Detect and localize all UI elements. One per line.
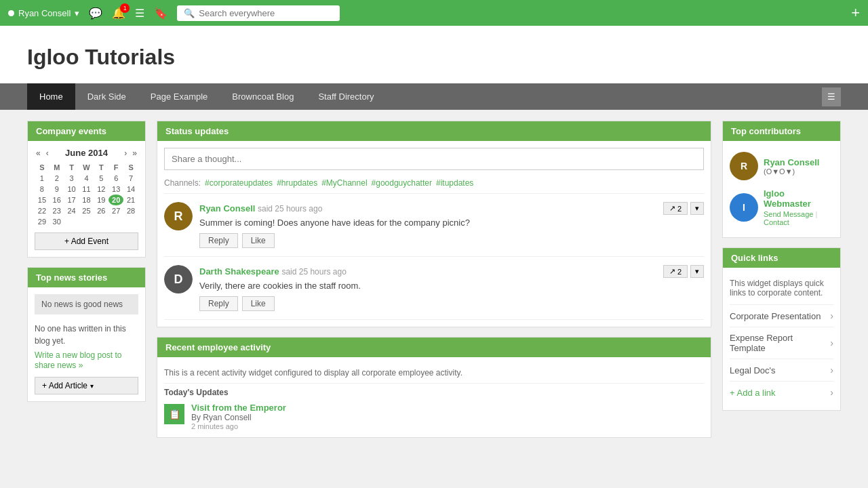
user-name: Ryan Consell [18,8,71,18]
reply-button-1[interactable]: Reply [199,233,238,248]
share-icon-1: ↗ [669,204,675,213]
post-author-2[interactable]: Darth Shakespeare [199,266,279,277]
cal-day[interactable]: 7 [123,173,138,184]
cal-prev[interactable]: ‹ [45,148,50,158]
post-author-1[interactable]: Ryan Consell [199,203,255,214]
channels-row: Channels: #corporateupdates #hrupdates #… [164,176,704,194]
post-header-left: Ryan Consell said 25 hours ago [199,203,322,214]
bookmarks-icon[interactable]: ☰ [135,7,144,20]
channel-tag-hr[interactable]: #hrupdates [277,178,317,188]
cal-day[interactable]: 11 [79,184,94,195]
cal-day[interactable]: 19 [94,195,108,205]
cal-day[interactable]: 8 [35,184,50,195]
channel-tag-goodguy[interactable]: #goodguychatter [372,178,432,188]
today-updates-label: Today's Updates [164,388,704,397]
channel-tag-it[interactable]: #itupdates [436,178,473,188]
cal-next[interactable]: › [123,148,128,158]
cal-day[interactable]: 6 [108,173,123,184]
cal-day[interactable]: 21 [123,195,138,205]
nav-item-staff-directory[interactable]: Staff Directory [306,83,386,110]
search-bar[interactable]: 🔍 [177,5,340,21]
cal-day[interactable]: 22 [35,205,50,216]
cal-prev-prev[interactable]: « [35,148,42,158]
contributor-name-1[interactable]: Ryan Consell [764,157,819,167]
activity-info-1: Visit from the Emperor By Ryan Consell 2… [191,403,704,430]
send-message-link[interactable]: Send Message [764,210,813,218]
write-news-link[interactable]: Write a new blog post to share news » [35,350,122,370]
quick-link-item-3[interactable]: Legal Doc's › [730,359,833,382]
cal-day[interactable]: 30 [50,216,64,227]
cal-day[interactable]: 3 [64,173,79,184]
cal-day[interactable]: 12 [94,184,108,195]
nav-item-browncoat-blog[interactable]: Browncoat Blog [220,83,306,110]
cal-day[interactable]: 14 [123,184,138,195]
nav-item-page-example[interactable]: Page Example [138,83,220,110]
cal-header-tue: T [64,162,79,173]
status-post-2: D Darth Shakespeare said 25 hours ago ↗ [164,257,704,320]
top-bar: Ryan Consell ▾ 💬 🔔 1 ☰ 🔖 🔍 + [0,0,868,26]
quick-link-item-2[interactable]: Expense Report Template › [730,327,833,359]
activity-title-1[interactable]: Visit from the Emperor [191,403,704,413]
like-button-2[interactable]: Like [242,296,275,311]
company-events-body: « ‹ June 2014 › » S M T [28,141,145,257]
cal-day[interactable]: 26 [94,205,108,216]
add-article-button[interactable]: + Add Article ▾ [35,377,138,394]
bookmark-icon[interactable]: 🔖 [154,7,167,20]
post-header-2: Darth Shakespeare said 25 hours ago ↗ 2 … [199,265,704,278]
cal-day[interactable]: 10 [64,184,79,195]
cal-next-next[interactable]: » [131,148,138,158]
cal-day[interactable]: 2 [50,173,64,184]
post-text-2: Verily, there are cookies in the staff r… [199,281,704,291]
cal-day[interactable]: 13 [108,184,123,195]
cal-day[interactable]: 16 [50,195,64,205]
nav-item-dark-side[interactable]: Dark Side [75,83,138,110]
post-time-2: said 25 hours ago [281,267,346,277]
reply-button-2[interactable]: Reply [199,296,238,311]
cal-day[interactable]: 20 [108,195,123,205]
cal-day[interactable]: 29 [35,216,50,227]
alerts-icon[interactable]: 🔔 1 [112,7,125,20]
contact-link[interactable]: Contact [764,218,789,226]
cal-day[interactable]: 23 [50,205,64,216]
contributor-sep: | [815,210,817,218]
quick-link-arrow-2: › [830,338,833,348]
more-button-2[interactable]: ▾ [690,265,704,278]
add-button[interactable]: + [851,4,860,22]
cal-day[interactable]: 28 [123,205,138,216]
avatar-contributor-1: R [730,152,758,180]
share-button-2[interactable]: ↗ 2 [663,265,688,278]
cal-day[interactable]: 17 [64,195,79,205]
quick-link-arrow-1: › [830,310,833,321]
cal-day[interactable]: 4 [79,173,94,184]
post-content-2: Darth Shakespeare said 25 hours ago ↗ 2 … [199,265,704,311]
calendar-body: 1234567891011121314151617181920212223242… [35,173,138,227]
contributor-info-1: Ryan Consell (O▼O▼) [764,157,819,176]
add-link-item[interactable]: + Add a link › [730,382,833,403]
nav-item-home[interactable]: Home [27,83,75,110]
cal-day[interactable]: 1 [35,173,50,184]
cal-day[interactable]: 15 [35,195,50,205]
channel-tag-my[interactable]: #MyChannel [321,178,367,188]
user-menu[interactable]: Ryan Consell ▾ [8,8,79,18]
cal-day[interactable]: 27 [108,205,123,216]
cal-day [123,216,138,227]
like-button-1[interactable]: Like [242,233,275,248]
cal-day[interactable]: 5 [94,173,108,184]
add-event-button[interactable]: + Add Event [35,232,138,250]
cal-day[interactable]: 24 [64,205,79,216]
quick-link-item-1[interactable]: Corporate Presentation › [730,305,833,327]
cal-day[interactable]: 18 [79,195,94,205]
add-article-dropdown-arrow: ▾ [90,382,94,390]
contributor-name-2[interactable]: Igloo Webmaster [764,188,833,209]
activity-meta-1: By Ryan Consell [191,413,704,422]
cal-day[interactable]: 25 [79,205,94,216]
nav-search-icon[interactable]: ☰ [822,87,841,106]
share-button-1[interactable]: ↗ 2 [663,202,688,215]
more-button-1[interactable]: ▾ [690,202,704,215]
notifications-icon[interactable]: 💬 [89,7,102,20]
search-input[interactable] [199,8,333,18]
status-input[interactable] [164,148,704,170]
channel-tag-corporate[interactable]: #corporateupdates [205,178,273,188]
quick-link-label-2: Expense Report Template [730,333,830,353]
cal-day[interactable]: 9 [50,184,64,195]
